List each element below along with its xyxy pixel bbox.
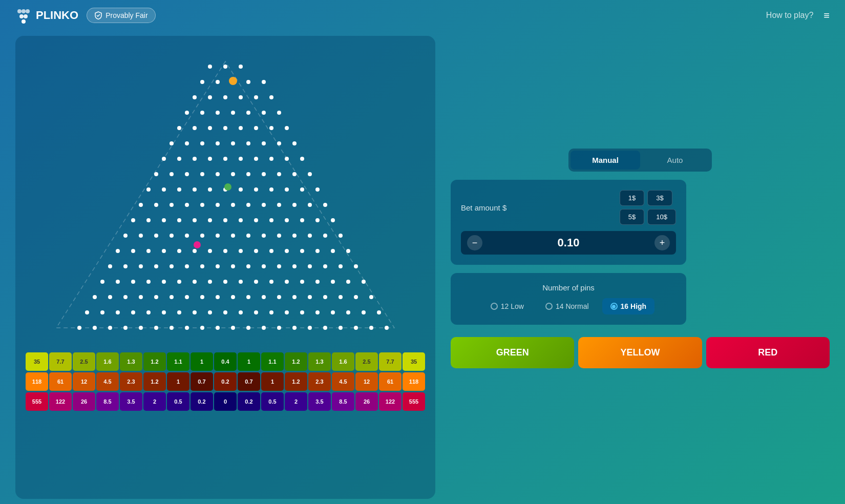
yellow-score-cell: 2.3: [308, 372, 331, 391]
quick-bet-3[interactable]: 3$: [647, 190, 672, 206]
pin: [216, 141, 220, 145]
menu-icon[interactable]: ≡: [823, 10, 830, 22]
pin: [146, 310, 151, 314]
red-score-cell: 8.5: [332, 392, 354, 411]
pin: [377, 310, 381, 314]
pin: [285, 280, 289, 284]
pin: [285, 310, 289, 314]
how-to-play-link[interactable]: How to play?: [766, 11, 814, 20]
pin-option-16-high[interactable]: 16 High: [602, 298, 655, 314]
pin: [100, 280, 104, 284]
green-score-cell: 2.5: [73, 352, 95, 371]
pin: [93, 295, 97, 299]
pin: [139, 295, 143, 299]
pin: [108, 264, 112, 268]
pin: [323, 234, 327, 238]
pin: [239, 310, 243, 314]
pin: [208, 65, 212, 69]
header: PLINKO Provably Fair How to play? ≡: [0, 0, 845, 31]
green-risk-button[interactable]: GREEN: [451, 337, 574, 368]
red-score-cell: 0.2: [238, 392, 260, 411]
manual-mode-button[interactable]: Manual: [571, 151, 640, 170]
pin: [369, 295, 373, 299]
bet-increase-button[interactable]: +: [654, 235, 670, 250]
svg-point-0: [17, 9, 22, 13]
red-score-cell: 555: [403, 392, 425, 411]
pin: [170, 234, 174, 238]
provably-fair-button[interactable]: Provably Fair: [87, 8, 155, 23]
pin: [285, 218, 289, 222]
red-risk-button[interactable]: RED: [706, 337, 830, 368]
pin: [331, 218, 335, 222]
pin: [315, 187, 320, 192]
green-score-row: 357.72.51.61.31.21.110.411.11.21.31.62.5…: [26, 352, 425, 371]
pin: [323, 203, 327, 207]
quick-bets-row-2: 5$ 10$: [620, 209, 676, 225]
pin: [254, 310, 258, 314]
pin: [154, 203, 158, 207]
pin: [193, 126, 197, 130]
pins-card: Number of pins 12 Low 14 Normal 16 High: [451, 273, 686, 325]
pin: [262, 111, 266, 115]
pin: [223, 310, 227, 314]
quick-bet-1[interactable]: 1$: [620, 190, 644, 206]
svg-point-3: [19, 14, 24, 18]
auto-mode-button[interactable]: Auto: [640, 151, 710, 170]
red-score-cell: 3.5: [120, 392, 142, 411]
pin: [269, 218, 273, 222]
pin: [223, 157, 227, 161]
quick-bet-5[interactable]: 5$: [620, 209, 644, 225]
svg-point-2: [26, 9, 30, 13]
pin: [339, 326, 343, 330]
pin: [108, 295, 112, 299]
header-right: How to play? ≡: [766, 10, 830, 22]
pin: [200, 172, 204, 176]
pin: [185, 264, 189, 268]
pin: [139, 326, 143, 330]
pin: [239, 95, 243, 99]
pin: [139, 234, 143, 238]
pin: [262, 234, 266, 238]
svg-point-4: [24, 14, 28, 18]
pin: [185, 172, 189, 176]
radio-12-low: [491, 303, 498, 310]
pin-option-14-normal[interactable]: 14 Normal: [537, 298, 597, 314]
pin: [177, 310, 181, 314]
yellow-score-cell: 4.5: [332, 372, 354, 391]
pin: [231, 172, 235, 176]
pin: [146, 280, 151, 284]
pin: [300, 157, 304, 161]
pin: [131, 218, 135, 222]
yellow-risk-button[interactable]: YELLOW: [578, 337, 702, 368]
quick-bet-10[interactable]: 10$: [647, 209, 676, 225]
green-score-cell: 7.7: [49, 352, 72, 371]
bet-value: 0.10: [488, 236, 649, 249]
pin: [170, 264, 174, 268]
yellow-score-row: 11861124.52.31.210.70.20.711.22.34.51261…: [26, 372, 425, 391]
pin: [262, 264, 266, 268]
pin-option-12-low[interactable]: 12 Low: [482, 298, 532, 314]
pin: [208, 95, 212, 99]
pin: [177, 280, 181, 284]
red-score-cell: 0.5: [261, 392, 284, 411]
pin: [154, 264, 158, 268]
svg-point-1: [22, 9, 26, 13]
mode-toggle: Manual Auto: [568, 149, 712, 172]
pin: [246, 264, 250, 268]
yellow-score-cell: 1: [167, 372, 189, 391]
pin: [170, 141, 174, 145]
pin: [308, 172, 312, 176]
yellow-score-cell: 1.2: [143, 372, 166, 391]
pin: [362, 310, 366, 314]
pin: [208, 157, 212, 161]
pin: [123, 234, 128, 238]
pin: [277, 326, 281, 330]
provably-fair-label: Provably Fair: [105, 11, 147, 19]
pin: [116, 310, 120, 314]
pin: [331, 280, 335, 284]
bet-decrease-button[interactable]: −: [467, 235, 482, 250]
pin-option-16-high-label: 16 High: [621, 302, 647, 310]
pin: [285, 249, 289, 253]
pin: [269, 249, 273, 253]
green-score-cell: 1.1: [261, 352, 284, 371]
